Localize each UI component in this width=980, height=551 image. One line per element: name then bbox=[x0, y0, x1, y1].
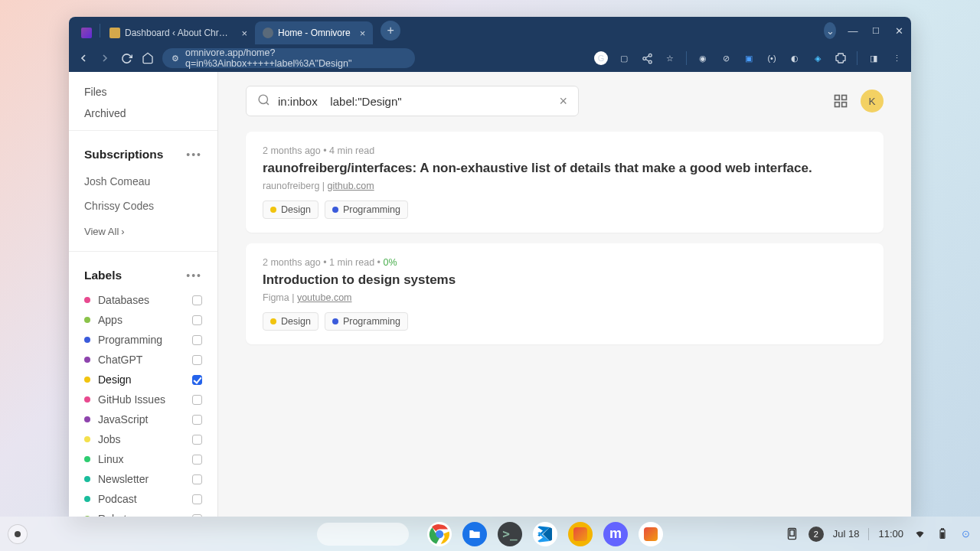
shelf-app-app7[interactable] bbox=[639, 522, 663, 546]
article-tag[interactable]: Design bbox=[263, 312, 318, 331]
tag-label: Design bbox=[281, 204, 311, 215]
article-card[interactable]: 2 months ago • 4 min readraunofreiberg/i… bbox=[246, 132, 884, 233]
menu-icon[interactable]: ⋮ bbox=[890, 51, 903, 65]
forward-button[interactable] bbox=[98, 51, 112, 65]
extension-icon[interactable]: ⊘ bbox=[719, 51, 733, 65]
close-icon[interactable]: × bbox=[241, 28, 247, 39]
subscriptions-more-icon[interactable]: ••• bbox=[186, 152, 202, 158]
phone-hub-icon[interactable] bbox=[786, 527, 799, 541]
tab-label: Home - Omnivore bbox=[278, 28, 351, 38]
bookmark-icon[interactable]: ☆ bbox=[663, 51, 677, 65]
article-tag[interactable]: Design bbox=[263, 201, 318, 219]
label-row[interactable]: GitHub Issues bbox=[69, 390, 217, 409]
extension-icon[interactable]: ▣ bbox=[742, 51, 756, 65]
labels-more-icon[interactable]: ••• bbox=[186, 273, 202, 279]
ext-google-icon[interactable]: G bbox=[594, 51, 608, 65]
shelf-app-app5[interactable] bbox=[568, 522, 593, 546]
site-info-icon[interactable]: ⚙ bbox=[172, 54, 179, 64]
article-tag[interactable]: Programming bbox=[325, 312, 408, 331]
favicon-icon bbox=[109, 28, 120, 38]
divider bbox=[69, 130, 217, 131]
label-row[interactable]: Databases bbox=[69, 290, 217, 310]
shelf-app-chrome[interactable] bbox=[427, 522, 452, 546]
label-row[interactable]: JavaScript bbox=[69, 409, 217, 429]
share-icon[interactable] bbox=[640, 51, 654, 65]
new-tab-button[interactable]: + bbox=[381, 21, 400, 41]
chevron-down-icon[interactable]: ⌄ bbox=[824, 22, 836, 39]
extension-icon[interactable]: ◈ bbox=[811, 51, 825, 65]
article-meta: 2 months ago • 4 min read bbox=[263, 145, 867, 156]
label-row[interactable]: Jobs bbox=[69, 429, 217, 449]
article-tag[interactable]: Programming bbox=[325, 201, 408, 219]
browser-window: Dashboard ‹ About Chromeboo × Home - Omn… bbox=[69, 17, 911, 517]
close-button[interactable]: ✕ bbox=[893, 25, 905, 37]
search-box[interactable]: × bbox=[246, 86, 579, 116]
label-checkbox[interactable] bbox=[192, 415, 202, 425]
svg-rect-18 bbox=[941, 533, 944, 537]
extension-icon[interactable]: (•) bbox=[765, 51, 779, 65]
sidebar-item-archived[interactable]: Archived bbox=[69, 103, 217, 124]
label-checkbox[interactable] bbox=[192, 315, 202, 325]
label-name: JavaScript bbox=[98, 413, 192, 425]
extensions-puzzle-icon[interactable] bbox=[834, 51, 848, 65]
label-color-dot bbox=[84, 456, 90, 462]
label-row[interactable]: Podcast bbox=[69, 489, 217, 509]
label-checkbox[interactable] bbox=[192, 335, 202, 345]
extension-icon[interactable]: ◐ bbox=[788, 51, 802, 65]
label-checkbox[interactable] bbox=[192, 455, 202, 465]
shelf-app-files[interactable] bbox=[462, 522, 487, 546]
label-checkbox[interactable] bbox=[192, 395, 202, 405]
shelf-app-terminal[interactable]: >_ bbox=[498, 522, 522, 546]
label-checkbox[interactable] bbox=[192, 494, 202, 504]
label-row[interactable]: Programming bbox=[69, 330, 217, 350]
label-row[interactable]: Newsletter bbox=[69, 469, 217, 489]
home-button[interactable] bbox=[141, 51, 155, 65]
reload-button[interactable] bbox=[119, 51, 133, 65]
avatar[interactable]: K bbox=[861, 90, 884, 112]
subscription-item[interactable]: Chrissy Codes bbox=[69, 194, 217, 218]
extension-icon[interactable]: ◉ bbox=[696, 51, 710, 65]
tab-2[interactable]: Home - Omnivore × bbox=[255, 21, 373, 44]
shelf-search-pill[interactable] bbox=[317, 523, 409, 546]
tab-1[interactable]: Dashboard ‹ About Chromeboo × bbox=[102, 21, 255, 44]
system-tray[interactable]: 2 Jul 18 11:00 ⊙ bbox=[786, 527, 972, 542]
label-checkbox[interactable] bbox=[192, 435, 202, 445]
minimize-button[interactable]: — bbox=[847, 25, 859, 37]
close-icon[interactable]: × bbox=[360, 28, 366, 39]
label-checkbox[interactable] bbox=[192, 355, 202, 365]
svg-point-1 bbox=[642, 57, 645, 60]
search-input[interactable] bbox=[278, 95, 551, 108]
article-card[interactable]: 2 months ago • 1 min read • 0%Introducti… bbox=[246, 243, 884, 344]
shelf-app-mastodon[interactable]: m bbox=[603, 522, 628, 546]
grid-view-icon[interactable] bbox=[833, 93, 848, 109]
ext-cast-icon[interactable]: ▢ bbox=[617, 51, 631, 65]
label-row[interactable]: Linux bbox=[69, 449, 217, 469]
side-panel-icon[interactable]: ◨ bbox=[867, 51, 880, 65]
subscription-item[interactable]: Josh Comeau bbox=[69, 169, 217, 194]
label-checkbox[interactable] bbox=[192, 295, 202, 305]
label-row[interactable]: Design bbox=[69, 370, 217, 390]
notification-count[interactable]: 2 bbox=[808, 527, 824, 542]
article-tags: DesignProgramming bbox=[263, 312, 867, 331]
sidebar-item-files[interactable]: Files bbox=[69, 81, 217, 103]
shelf-app-vscode[interactable] bbox=[533, 522, 557, 546]
pinned-tab[interactable] bbox=[75, 21, 98, 44]
clear-icon[interactable]: × bbox=[559, 93, 567, 109]
subscriptions-heading: Subscriptions bbox=[84, 148, 163, 161]
chevron-right-icon: › bbox=[121, 226, 124, 237]
battery-icon bbox=[936, 527, 949, 541]
tray-extra-icon: ⊙ bbox=[959, 527, 972, 541]
label-row[interactable]: ChatGPT bbox=[69, 350, 217, 370]
label-checkbox[interactable] bbox=[192, 375, 202, 385]
label-row[interactable]: Robots bbox=[69, 509, 217, 517]
article-title: raunofreiberg/interfaces: A non-exhausti… bbox=[263, 161, 867, 176]
svg-rect-7 bbox=[835, 96, 840, 100]
maximize-button[interactable]: ☐ bbox=[870, 26, 882, 36]
launcher-button[interactable] bbox=[8, 524, 28, 544]
svg-rect-9 bbox=[835, 103, 840, 107]
label-row[interactable]: Apps bbox=[69, 310, 217, 330]
view-all-link[interactable]: View All › bbox=[69, 218, 217, 245]
label-checkbox[interactable] bbox=[192, 474, 202, 484]
back-button[interactable] bbox=[77, 51, 90, 65]
address-bar[interactable]: ⚙ omnivore.app/home?q=in%3Ainbox+++++lab… bbox=[162, 48, 415, 68]
